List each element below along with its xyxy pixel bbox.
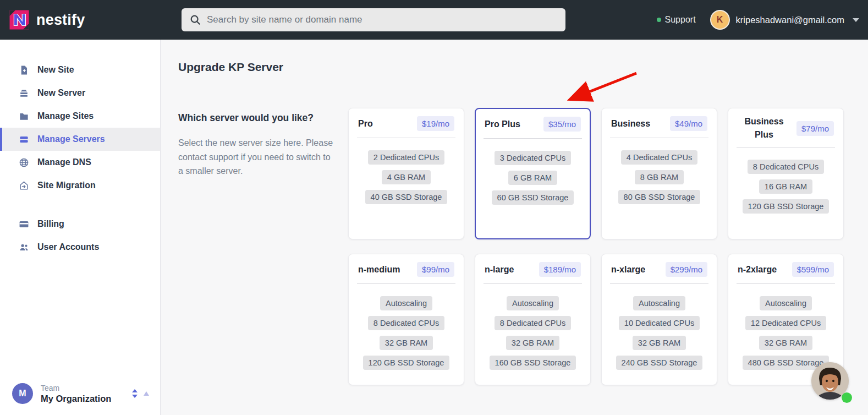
plan-card-n-medium[interactable]: n-medium $99/mo Autoscaling 8 Dedicated … (348, 254, 464, 385)
page-title: Upgrade KP Server (178, 61, 868, 74)
team-name: My Organization (41, 394, 111, 404)
sidebar-item-user-accounts[interactable]: User Accounts (0, 236, 160, 259)
sidebar-item-label: Manage DNS (37, 157, 91, 167)
plans-grid: Pro $19/mo 2 Dedicated CPUs 4 GB RAM 40 … (348, 108, 844, 385)
plan-price-badge: $99/mo (417, 262, 454, 277)
spec-pill: 8 Dedicated CPUs (748, 160, 824, 174)
plan-card-business[interactable]: Business $49/mo 4 Dedicated CPUs 8 GB RA… (601, 108, 717, 239)
support-status-dot (657, 18, 661, 22)
sidebar-item-label: User Accounts (37, 242, 99, 252)
sidebar-item-label: Manage Servers (37, 134, 105, 144)
spec-pill: 60 GB SSD Storage (492, 190, 574, 205)
sidebar-item-label: New Server (37, 88, 85, 98)
spec-pill: 16 GB RAM (759, 179, 812, 194)
nestify-logo-icon (8, 8, 31, 31)
plan-card-pro-plus[interactable]: Pro Plus $35/mo 3 Dedicated CPUs 6 GB RA… (475, 108, 591, 239)
team-avatar: M (12, 383, 33, 404)
support-label: Support (665, 15, 696, 25)
spec-pill: 32 GB RAM (380, 336, 433, 350)
plan-name: Business (611, 117, 650, 130)
migration-icon (19, 181, 29, 191)
search-icon (189, 14, 201, 26)
plan-card-pro[interactable]: Pro $19/mo 2 Dedicated CPUs 4 GB RAM 40 … (348, 108, 464, 239)
plan-card-n-large[interactable]: n-large $189/mo Autoscaling 8 Dedicated … (475, 254, 591, 385)
spec-pill: Autoscaling (760, 296, 812, 310)
spec-pill: 4 Dedicated CPUs (621, 150, 697, 165)
chevron-down-icon (853, 18, 859, 22)
plan-card-business-plus[interactable]: Business Plus $79/mo 8 Dedicated CPUs 16… (728, 108, 844, 239)
spec-pill: 4 GB RAM (382, 170, 431, 184)
plan-price-badge: $189/mo (539, 262, 581, 277)
plan-name: n-2xlarge (738, 263, 777, 276)
spec-pill: 40 GB SSD Storage (365, 190, 448, 204)
spec-pill: 240 GB SSD Storage (616, 356, 703, 370)
plan-name: Pro (358, 117, 373, 130)
top-bar: nestify Support K kripeshadwani@gmail.co… (0, 0, 868, 40)
plan-name: n-medium (358, 263, 400, 276)
spec-pill: 32 GB RAM (633, 336, 686, 350)
spec-pill: 160 GB SSD Storage (490, 356, 576, 370)
spec-pill: Autoscaling (380, 296, 432, 310)
nestify-logo[interactable]: nestify (8, 0, 85, 40)
new-site-icon (19, 65, 29, 75)
sidebar-item-label: Billing (37, 219, 64, 229)
spec-pill: 8 Dedicated CPUs (495, 316, 571, 330)
plan-card-n-xlarge[interactable]: n-xlarge $299/mo Autoscaling 10 Dedicate… (601, 254, 717, 385)
online-status-dot (842, 392, 852, 403)
plan-name: n-large (485, 263, 514, 276)
plan-name: n-xlarge (611, 263, 645, 276)
search-input[interactable] (182, 8, 565, 31)
sidebar-item-new-site[interactable]: New Site (0, 58, 160, 81)
spec-pill: 2 Dedicated CPUs (368, 150, 444, 165)
sidebar-item-manage-dns[interactable]: Manage DNS (0, 151, 160, 174)
sidebar-item-billing[interactable]: Billing (0, 212, 160, 236)
resize-handle-icon (143, 391, 150, 396)
plan-name: Pro Plus (485, 118, 520, 131)
spec-pill: Autoscaling (633, 296, 685, 310)
sidebar-item-manage-sites[interactable]: Manage Sites (0, 105, 160, 128)
new-server-icon (19, 88, 29, 99)
support-link[interactable]: Support (657, 15, 696, 25)
spec-pill: 120 GB SSD Storage (743, 199, 829, 214)
main-content: Upgrade KP Server Which server would you… (161, 40, 868, 415)
spec-pill: 32 GB RAM (506, 336, 559, 350)
spec-pill: 8 GB RAM (635, 170, 684, 184)
sidebar-item-label: New Site (37, 65, 74, 75)
sidebar-item-label: Manage Sites (37, 111, 94, 121)
spec-pill: 120 GB SSD Storage (363, 356, 450, 370)
sidebar: New Site New Server Manage Sites Manage … (0, 40, 161, 415)
team-switcher[interactable]: M Team My Organization (12, 383, 150, 404)
sidebar-item-label: Site Migration (37, 181, 96, 190)
user-menu[interactable]: K kripeshadwani@gmail.com (710, 10, 859, 30)
folder-icon (19, 111, 29, 122)
plan-name: Business Plus (738, 115, 790, 141)
sidebar-item-manage-servers[interactable]: Manage Servers (0, 128, 160, 151)
plan-price-badge: $79/mo (796, 121, 834, 136)
spec-pill: 3 Dedicated CPUs (495, 151, 571, 165)
globe-icon (19, 157, 29, 168)
section-description: Select the new server size here. Please … (178, 136, 336, 178)
spec-pill: 32 GB RAM (759, 336, 812, 350)
credit-card-icon (19, 219, 29, 230)
team-label: Team (41, 384, 111, 392)
sidebar-item-new-server[interactable]: New Server (0, 81, 160, 105)
servers-icon (19, 134, 29, 145)
spec-pill: 10 Dedicated CPUs (619, 316, 700, 330)
user-avatar: K (710, 10, 730, 30)
spec-pill: 80 GB SSD Storage (618, 190, 701, 204)
spec-pill: 8 Dedicated CPUs (368, 316, 444, 330)
spec-pill: Autoscaling (507, 296, 559, 310)
spec-pill: 6 GB RAM (508, 171, 557, 185)
users-icon (19, 242, 29, 253)
brand-name: nestify (36, 12, 85, 29)
global-search (182, 8, 565, 31)
plan-price-badge: $299/mo (666, 262, 707, 277)
user-email: kripeshadwani@gmail.com (736, 15, 844, 25)
plan-price-badge: $35/mo (543, 117, 581, 132)
section-question: Which server would you like? (178, 112, 336, 124)
plan-price-badge: $49/mo (670, 116, 707, 131)
plan-price-badge: $599/mo (792, 262, 834, 277)
sidebar-item-site-migration[interactable]: Site Migration (0, 174, 160, 197)
sort-arrows-icon (131, 388, 139, 399)
spec-pill: 12 Dedicated CPUs (745, 316, 826, 330)
